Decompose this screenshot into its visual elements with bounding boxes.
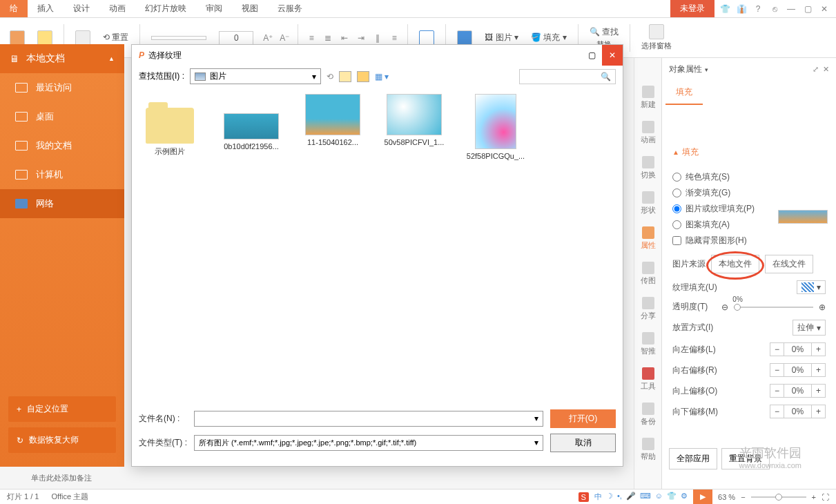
indent-l-icon[interactable]: ⇤ (338, 33, 351, 43)
tab-slideshow[interactable]: 幻灯片放映 (135, 0, 196, 17)
radio-solid[interactable]: 纯色填充(S) (672, 169, 826, 185)
scope-combo[interactable]: 图片▾ (190, 68, 321, 84)
sidebar-desktop[interactable]: 桌面 (0, 102, 124, 131)
file-item[interactable]: 11-15040162... (302, 94, 364, 146)
tab-review[interactable]: 审阅 (196, 0, 232, 17)
file-dialog-sidebar: 🖥 本地文档 ▲ 最近访问 桌面 我的文档 计算机 网络 +自定义位置 ↻数据恢… (0, 44, 124, 467)
offset-r-stepper[interactable]: −0%+ (770, 363, 826, 377)
file-item[interactable]: 52f58PICGQu_... (465, 94, 527, 160)
moon-icon[interactable]: ☽ (606, 492, 613, 502)
fit-icon[interactable]: ⛶ (822, 493, 829, 501)
align-icon[interactable]: ≡ (388, 33, 400, 43)
dlg-close-icon[interactable]: ✕ (602, 45, 623, 66)
filename-field[interactable]: ▾ (194, 411, 543, 427)
file-item[interactable]: 50v58PICFVI_1... (383, 94, 445, 146)
close-icon[interactable]: ✕ (818, 4, 830, 14)
select-pane-button[interactable]: 选择窗格 (637, 23, 676, 52)
help-icon[interactable]: ? (752, 4, 764, 14)
cn-icon[interactable]: 中 (594, 492, 602, 502)
ribbon-picture[interactable]: 🖼 图片 ▾ (480, 30, 523, 45)
sidebar-header[interactable]: 🖥 本地文档 ▲ (0, 44, 124, 73)
up-folder-icon[interactable] (339, 71, 351, 82)
chk-hidebg[interactable]: 隐藏背景图形(H) (672, 233, 826, 249)
transparency-slider[interactable]: 0% (734, 307, 813, 308)
tab-insert[interactable]: 插入 (28, 0, 64, 17)
zoom-in-icon[interactable]: + (812, 493, 816, 501)
font-combo[interactable] (147, 35, 211, 41)
vb-anim[interactable]: 动画 (641, 121, 656, 145)
ime-icon[interactable]: S (579, 492, 589, 502)
file-item[interactable]: 0b10d0f21956... (220, 94, 282, 151)
vb-backup[interactable]: 备份 (641, 403, 656, 427)
panel-close-icon[interactable]: ✕ (823, 65, 829, 73)
tab-view[interactable]: 视图 (232, 0, 268, 17)
tab-cloud[interactable]: 云服务 (268, 0, 312, 17)
dialog-search[interactable]: 🔍 (519, 69, 616, 84)
vb-prop[interactable]: 属性 (641, 226, 656, 251)
login-button[interactable]: 未登录 (670, 0, 715, 17)
new-folder-icon[interactable] (357, 71, 369, 82)
kbd-icon[interactable]: ⌨ (640, 492, 651, 502)
gear-icon[interactable]: ⚙ (681, 492, 688, 502)
vb-trans[interactable]: 切换 (641, 156, 656, 180)
vb-shape[interactable]: 形状 (641, 191, 656, 215)
tab-active[interactable]: 给 (0, 0, 28, 17)
play-button[interactable]: ▶ (693, 490, 712, 505)
punct-icon[interactable]: •, (617, 492, 622, 502)
vb-upload[interactable]: 传图 (641, 262, 656, 286)
files-area[interactable]: 示例图片 0b10d0f21956... 11-15040162... 50v5… (132, 87, 623, 167)
texture-combo[interactable]: ▾ (797, 280, 826, 294)
smile-icon[interactable]: ☺ (655, 492, 663, 502)
inc-font-icon[interactable]: A⁺ (262, 33, 274, 43)
dlg-max-icon[interactable]: ▢ (581, 45, 602, 66)
offset-u-stepper[interactable]: −0%+ (770, 384, 826, 398)
open-button[interactable]: 打开(O) (550, 409, 616, 428)
offset-d-stepper[interactable]: −0%+ (770, 405, 826, 418)
offset-l-stepper[interactable]: −0%+ (770, 342, 826, 356)
sidebar-recent[interactable]: 最近访问 (0, 73, 124, 102)
hanger2-icon[interactable]: 👕 (667, 492, 677, 502)
sidebar-network[interactable]: 网络 (0, 189, 124, 218)
online-file-button[interactable]: 在线文件 (765, 255, 813, 273)
ribbon-reset[interactable]: ⟲ 重置 (99, 30, 133, 45)
filetype-field[interactable]: 所有图片 (*.emf;*.wmf;*.jpg;*.jpeg;*.jpe;*.p… (194, 435, 543, 451)
sidebar-computer[interactable]: 计算机 (0, 160, 124, 189)
placement-combo[interactable]: 拉伸▾ (793, 320, 826, 336)
apply-all-button[interactable]: 全部应用 (669, 448, 717, 469)
sidebar-docs[interactable]: 我的文档 (0, 131, 124, 160)
vb-new[interactable]: 新建 (641, 86, 656, 110)
numbers-icon[interactable]: ≣ (322, 33, 334, 43)
shirt-icon[interactable]: 👔 (735, 4, 748, 14)
local-file-button[interactable]: 本地文件 (711, 255, 759, 273)
file-folder[interactable]: 示例图片 (139, 94, 201, 157)
dec-font-icon[interactable]: A⁻ (278, 33, 291, 43)
vb-help[interactable]: 帮助 (641, 438, 656, 462)
data-recover-button[interactable]: ↻数据恢复大师 (8, 427, 116, 453)
view-icon[interactable]: ▦ ▾ (375, 72, 389, 81)
notes-placeholder[interactable]: 单击此处添加备注 (31, 473, 92, 483)
zoom-out-icon[interactable]: − (741, 493, 745, 501)
tab-anim[interactable]: 动画 (99, 0, 135, 17)
vb-tools[interactable]: 工具 (641, 367, 656, 391)
size-combo[interactable]: 0 (215, 30, 257, 46)
minimize-icon[interactable]: — (785, 4, 797, 14)
back-icon[interactable]: ⟲ (327, 72, 333, 81)
tab-design[interactable]: 设计 (64, 0, 99, 17)
reset-bg-button[interactable]: 重置背景 (721, 448, 770, 469)
radio-gradient[interactable]: 渐变填充(G) (672, 185, 826, 201)
vb-smart[interactable]: 智推 (641, 332, 656, 356)
ribbon-fill[interactable]: 🪣 填充 ▾ (527, 30, 571, 45)
export-icon[interactable]: ⎋ (768, 4, 781, 14)
bullets-icon[interactable]: ≡ (305, 33, 318, 43)
cancel-button[interactable]: 取消 (550, 434, 616, 452)
mic-icon[interactable]: 🎤 (626, 492, 636, 502)
zoom-slider[interactable] (751, 496, 806, 498)
tab-fill[interactable]: 填充 (665, 81, 703, 105)
spacing-icon[interactable]: ‖ (371, 33, 384, 43)
indent-r-icon[interactable]: ⇥ (355, 33, 367, 43)
custom-location-button[interactable]: +自定义位置 (8, 396, 116, 422)
vb-share[interactable]: 分享 (641, 297, 656, 321)
restore-icon[interactable]: ▢ (801, 4, 814, 14)
panel-expand-icon[interactable]: ⤢ (813, 65, 819, 73)
hanger-icon[interactable]: 👕 (719, 4, 731, 14)
